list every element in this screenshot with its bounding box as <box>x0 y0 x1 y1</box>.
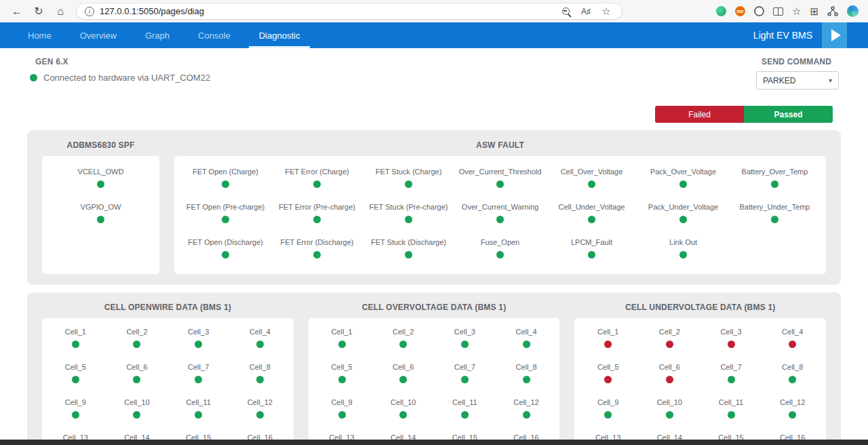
indicator-label: Cell_9 <box>65 398 86 406</box>
indicator-label: Cell_1 <box>331 328 352 336</box>
extension-icon[interactable] <box>754 6 764 16</box>
status-dot-passed <box>72 411 79 419</box>
profile-me-icon[interactable]: me <box>735 6 745 16</box>
passed-legend-button[interactable]: Passed <box>744 106 833 123</box>
command-dropdown[interactable]: PARKED ▾ <box>756 71 839 90</box>
split-screen-icon[interactable] <box>773 7 783 16</box>
status-indicator: Cell_Over_Voltage <box>546 161 637 197</box>
status-indicator: Cell_2 <box>106 322 168 357</box>
indicator-label: Cell_6 <box>126 363 147 371</box>
indicator-label: Pack_Under_Voltage <box>648 203 718 211</box>
status-indicator: Cell_9 <box>577 392 639 427</box>
status-indicator: Over_Current_Warning <box>454 197 546 232</box>
spf-panel: ADBMS6830 SPF VCELL_OWDVGPIO_OW <box>42 136 159 274</box>
status-dot-passed <box>256 411 264 419</box>
status-indicator: Cell_12 <box>762 392 823 427</box>
refresh-icon[interactable]: ↻ <box>28 3 49 20</box>
address-bar[interactable]: i 127.0.0.1:5050/pages/diag A♯ ☆ <box>76 3 623 20</box>
tab-diagnostic[interactable]: Diagnostic <box>245 22 315 48</box>
indicator-label: FET Error (Pre-charge) <box>279 203 355 211</box>
status-dot-passed <box>789 376 796 383</box>
status-indicator: Cell_12 <box>229 392 291 427</box>
connection-block: GEN 6.X Connected to hardware via UART_C… <box>35 57 210 90</box>
tab-home[interactable]: Home <box>14 22 66 48</box>
cell-panel: CELL UNDERVOLTAGE DATA (BMS 1)Cell_1Cell… <box>574 298 826 445</box>
indicator-label: Cell_12 <box>780 398 805 406</box>
status-dot-passed <box>222 180 229 188</box>
status-indicator: Cell_7 <box>167 357 229 392</box>
tab-graph[interactable]: Graph <box>131 22 184 48</box>
status-dot-passed <box>256 341 264 348</box>
failed-legend-button[interactable]: Failed <box>655 106 744 123</box>
read-aloud-icon[interactable]: A♯ <box>578 7 593 16</box>
status-dot-passed <box>256 376 264 383</box>
asw-row: FET Open (Discharge)FET Error (Discharge… <box>180 232 821 267</box>
status-indicator: FET Open (Charge) <box>180 161 271 197</box>
indicator-label: FET Stuck (Pre-charge) <box>370 203 448 211</box>
asw-row: FET Open (Charge)FET Error (Charge)FET S… <box>180 161 821 197</box>
indicator-label: Link Out <box>669 238 697 246</box>
back-icon[interactable]: ← <box>7 3 27 20</box>
zoom-out-icon[interactable] <box>558 7 573 15</box>
cell-card: Cell_1Cell_2Cell_3Cell_4Cell_5Cell_6Cell… <box>574 318 826 445</box>
status-dot-passed <box>195 376 202 383</box>
indicator-label: Cell_8 <box>250 363 271 371</box>
cell-data-panel: CELL OPENWIRE DATA (BMS 1)Cell_1Cell_2Ce… <box>27 292 841 445</box>
status-dot-passed <box>133 411 140 419</box>
browser-essentials-icon[interactable] <box>716 6 726 16</box>
status-dot-passed <box>679 251 687 258</box>
indicator-label: Cell_5 <box>597 363 618 371</box>
status-dot-passed <box>338 376 346 383</box>
status-dot-passed <box>496 180 504 188</box>
indicator-label: Cell_4 <box>250 328 271 336</box>
browser-tasks-icon[interactable] <box>827 6 838 17</box>
status-indicator: Battery_Over_Temp <box>729 161 821 197</box>
indicator-label: Cell_11 <box>186 398 211 406</box>
status-indicator: Cell_Under_Voltage <box>546 197 637 232</box>
status-dot-passed <box>313 180 321 188</box>
favorites-hub-icon[interactable]: ☆ <box>792 6 801 16</box>
copilot-icon[interactable] <box>847 5 859 17</box>
status-indicator: Cell_3 <box>167 322 229 357</box>
status-indicator: FET Error (Pre-charge) <box>271 197 363 232</box>
indicator-label: Cell_1 <box>65 328 86 336</box>
status-dot-passed <box>313 251 321 258</box>
cell-panel-title: CELL OVERVOLTAGE DATA (BMS 1) <box>309 298 560 318</box>
status-indicator: Cell_1 <box>311 322 373 357</box>
url-text[interactable]: 127.0.0.1:5050/pages/diag <box>100 6 553 16</box>
status-dot-passed <box>523 341 530 348</box>
tab-console[interactable]: Console <box>184 22 245 48</box>
status-indicator: FET Stuck (Pre-charge) <box>363 197 454 232</box>
brand-area: Light EV BMS <box>753 22 868 48</box>
status-dot-passed <box>338 411 346 419</box>
indicator-label: Cell_2 <box>393 328 414 336</box>
status-dot-failed <box>604 341 612 348</box>
status-dot-passed <box>666 411 673 419</box>
indicator-label: Cell_10 <box>391 398 416 406</box>
status-indicator: Cell_9 <box>311 392 373 427</box>
status-indicator: FET Stuck (Charge) <box>363 161 454 197</box>
status-dot-passed <box>195 411 202 419</box>
favorite-star-icon[interactable]: ☆ <box>599 5 614 18</box>
status-dot-passed <box>588 216 595 223</box>
cell-panels: CELL OPENWIRE DATA (BMS 1)Cell_1Cell_2Ce… <box>42 298 826 445</box>
status-indicator: FET Error (Discharge) <box>271 232 363 267</box>
indicator-label: Cell_Over_Voltage <box>561 168 623 176</box>
brand-label: Light EV BMS <box>753 30 812 41</box>
status-dot-passed <box>97 180 104 188</box>
indicator-label: FET Open (Pre-charge) <box>186 203 264 211</box>
status-indicator: Pack_Over_Voltage <box>637 161 729 197</box>
collections-icon[interactable]: ⊞ <box>810 6 818 16</box>
brand-logo <box>822 22 847 48</box>
status-indicator: VGPIO_OW <box>42 197 159 232</box>
site-info-icon[interactable]: i <box>85 7 94 16</box>
home-icon[interactable]: ⌂ <box>50 3 71 20</box>
status-dot-passed <box>604 411 612 419</box>
status-indicator: VCELL_OWD <box>42 161 159 197</box>
indicator-label: Battery_Over_Temp <box>742 168 808 176</box>
status-indicator: FET Error (Charge) <box>271 161 363 197</box>
status-indicator: Cell_12 <box>496 392 557 427</box>
spf-title: ADBMS6830 SPF <box>42 136 159 156</box>
status-dot-passed <box>679 216 687 223</box>
tab-overview[interactable]: Overview <box>66 22 131 48</box>
